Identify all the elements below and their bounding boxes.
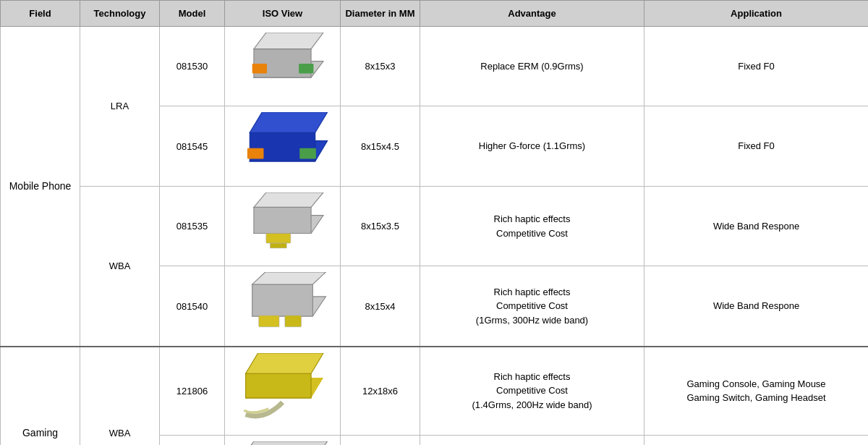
main-table: Field Technology Model ISO View Diameter… bbox=[0, 0, 868, 445]
svg-rect-3 bbox=[252, 64, 267, 74]
application-cell: Gaming Console, Controller bbox=[644, 435, 869, 445]
svg-marker-11 bbox=[254, 207, 311, 233]
diameter-cell: 8x15x4.5 bbox=[341, 106, 420, 186]
iso-view-cell bbox=[225, 266, 341, 347]
svg-rect-19 bbox=[285, 315, 302, 327]
table-row: GamingWBA121806 12x18x6Rich haptic effec… bbox=[1, 347, 869, 435]
advantage-cell: Higher G-force (1.1Grms) bbox=[420, 106, 644, 186]
table-row: WBA081535 8x15x3.5Rich haptic effectsCom… bbox=[1, 186, 869, 266]
iso-view-cell bbox=[225, 27, 341, 106]
header-technology: Technology bbox=[80, 1, 160, 27]
svg-rect-4 bbox=[299, 64, 313, 74]
svg-rect-14 bbox=[271, 243, 287, 248]
model-cell: 081540 bbox=[160, 266, 225, 347]
advantage-cell: Rich haptic effectsCompetitive Cost(1Grm… bbox=[420, 266, 644, 347]
advantage-cell: Rich haptic effectsHigh G-force (1.8Gp)C… bbox=[420, 435, 644, 445]
iso-view-cell bbox=[225, 347, 341, 435]
technology-cell: LRA bbox=[80, 27, 160, 187]
application-cell: Fixed F0 bbox=[644, 27, 869, 106]
header-row: Field Technology Model ISO View Diameter… bbox=[1, 1, 869, 27]
advantage-cell: Replace ERM (0.9Grms) bbox=[420, 27, 644, 106]
header-diameter: Diameter in MM bbox=[341, 1, 420, 27]
svg-rect-18 bbox=[259, 315, 279, 327]
iso-view-cell bbox=[225, 435, 341, 445]
diameter-cell: 10x22.6x9 bbox=[341, 435, 420, 445]
header-application: Application bbox=[644, 1, 869, 27]
model-cell: 102209 bbox=[160, 435, 225, 445]
svg-rect-8 bbox=[247, 148, 264, 159]
diameter-cell: 8x15x4 bbox=[341, 266, 420, 347]
svg-marker-25 bbox=[242, 441, 328, 445]
field-cell: Mobile Phone bbox=[1, 27, 80, 347]
model-cell: 081530 bbox=[160, 27, 225, 106]
svg-marker-2 bbox=[254, 33, 323, 49]
application-cell: Wide Band Respone bbox=[644, 186, 869, 266]
field-cell: Gaming bbox=[1, 347, 80, 445]
svg-marker-22 bbox=[246, 353, 323, 373]
advantage-cell: Rich haptic effectsCompetitive Cost bbox=[420, 186, 644, 266]
advantage-cell: Rich haptic effectsCompetitive Cost(1.4G… bbox=[420, 347, 644, 435]
table-row: Mobile PhoneLRA081530 8x15x3Replace ERM … bbox=[1, 27, 869, 106]
model-cell: 121806 bbox=[160, 347, 225, 435]
svg-rect-9 bbox=[299, 148, 316, 159]
header-field: Field bbox=[1, 1, 80, 27]
header-model: Model bbox=[160, 1, 225, 27]
application-cell: Gaming Console, Gaming MouseGaming Switc… bbox=[644, 347, 869, 435]
iso-view-cell bbox=[225, 106, 341, 186]
iso-view-cell bbox=[225, 186, 341, 266]
svg-marker-12 bbox=[254, 192, 323, 207]
application-cell: Wide Band Respone bbox=[644, 266, 869, 347]
svg-marker-17 bbox=[252, 272, 326, 284]
diameter-cell: 12x18x6 bbox=[341, 347, 420, 435]
svg-marker-7 bbox=[250, 112, 327, 132]
header-advantage: Advantage bbox=[420, 1, 644, 27]
diameter-cell: 8x15x3.5 bbox=[341, 186, 420, 266]
application-cell: Fixed F0 bbox=[644, 106, 869, 186]
model-cell: 081545 bbox=[160, 106, 225, 186]
header-iso: ISO View bbox=[225, 1, 341, 27]
technology-cell: WBA bbox=[80, 186, 160, 346]
diameter-cell: 8x15x3 bbox=[341, 27, 420, 106]
model-cell: 081535 bbox=[160, 186, 225, 266]
technology-cell: WBA bbox=[80, 347, 160, 445]
svg-rect-13 bbox=[266, 233, 291, 243]
svg-marker-21 bbox=[246, 373, 311, 398]
svg-marker-16 bbox=[252, 284, 313, 316]
